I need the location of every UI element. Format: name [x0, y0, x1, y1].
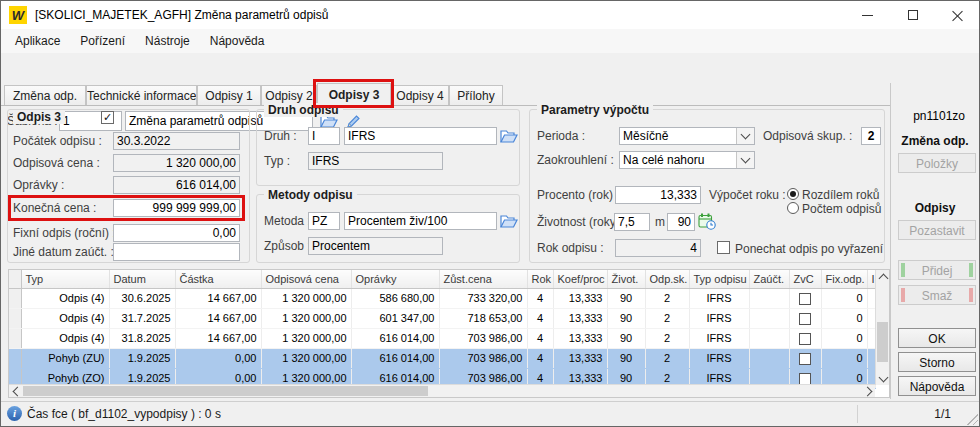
pocatek-odpisu-field[interactable]: [113, 132, 240, 150]
minimize-icon: [862, 15, 873, 16]
polozky-button[interactable]: Položky: [898, 153, 976, 173]
procento-label: Procento (rok) :: [537, 188, 620, 202]
col-typ[interactable]: Typ: [21, 270, 109, 289]
zvc-checkbox[interactable]: [799, 353, 811, 365]
vertical-scroll-thumb[interactable]: [877, 322, 888, 362]
jine-datum-field[interactable]: [113, 243, 240, 261]
ok-button[interactable]: OK: [898, 328, 976, 348]
metoda-lookup-button[interactable]: [499, 212, 519, 230]
metoda-name-field[interactable]: [344, 212, 497, 230]
menu-aplikace[interactable]: Aplikace: [5, 31, 70, 51]
zaokrouhleni-select[interactable]: Na celé nahoru: [619, 151, 755, 169]
page-indicator: 1/1: [934, 402, 951, 426]
horizontal-scroll-thumb[interactable]: [23, 386, 428, 396]
ponechat-odpis-checkbox[interactable]: [717, 241, 730, 254]
red-bar-icon: [969, 288, 973, 302]
grid: Typ Datum Částka Odpisová cena Oprávky Z…: [9, 270, 876, 389]
odpisova-cena-label: Odpisová cena :: [13, 156, 100, 170]
menu-napoveda[interactable]: Nápověda: [200, 31, 275, 51]
odpisova-cena-field[interactable]: [113, 154, 240, 172]
col-opravky[interactable]: Oprávky: [351, 270, 439, 289]
druh-code-field[interactable]: [308, 127, 340, 145]
zvc-checkbox[interactable]: [799, 333, 811, 345]
chevron-down-icon: [741, 154, 751, 164]
odpisova-skupina-field[interactable]: [861, 127, 881, 145]
fixni-odpis-field[interactable]: [113, 224, 240, 242]
col-partial[interactable]: I: [867, 270, 875, 289]
druh-lookup-button[interactable]: [499, 127, 519, 145]
scroll-right-button[interactable]: [861, 385, 875, 398]
tab-zmena-odp[interactable]: Změna odp.: [4, 85, 86, 105]
vertical-scrollbar[interactable]: [875, 270, 889, 385]
perioda-dropdown-button[interactable]: [736, 128, 754, 144]
zaokrouhleni-label: Zaokrouhlení :: [537, 153, 614, 167]
col-datum[interactable]: Datum: [109, 270, 175, 289]
tab-technicke-informace[interactable]: Technické informace: [86, 85, 197, 105]
radio-poctem-odpisu[interactable]: [787, 202, 799, 214]
pridej-button[interactable]: Přidej: [898, 260, 976, 280]
tab-odpisy-4[interactable]: Odpisy 4: [391, 85, 449, 105]
table-row[interactable]: Odpis (4) 31.8.2025 14 667,00 1 320 000,…: [9, 329, 875, 349]
col-zvc[interactable]: ZvC: [789, 270, 821, 289]
table-row-selected[interactable]: Pohyb (ZU) 1.9.2025 0,00 1 320 000,00 61…: [9, 349, 875, 369]
maximize-button[interactable]: [897, 2, 929, 28]
menu-nastroje[interactable]: Nástroje: [135, 31, 200, 51]
napoveda-button[interactable]: Nápověda: [898, 376, 976, 396]
status-bar: i Čas fce ( bf_d1102_vypodpisy ) : 0 s 1…: [1, 401, 979, 426]
minimize-button[interactable]: [851, 2, 883, 28]
scroll-up-button[interactable]: [876, 270, 890, 283]
smaz-button[interactable]: Smaž: [898, 285, 976, 305]
calendar-clock-icon: [698, 213, 716, 230]
tab-odpisy-1[interactable]: Odpisy 1: [197, 85, 261, 105]
checkmark-icon: ✓: [103, 111, 112, 123]
chevron-down-icon: [741, 130, 751, 140]
close-button[interactable]: [941, 2, 973, 28]
col-zivot[interactable]: Život.: [607, 270, 645, 289]
col-odp-sk[interactable]: Odp.sk.: [645, 270, 689, 289]
col-typ-odpisu[interactable]: Typ odpisu: [689, 270, 749, 289]
table-header-row: Typ Datum Částka Odpisová cena Oprávky Z…: [9, 270, 875, 289]
zivotnost-calendar-button[interactable]: [697, 212, 717, 230]
procento-field[interactable]: [615, 186, 701, 204]
tab-odpisy-2[interactable]: Odpisy 2: [261, 85, 317, 105]
zivotnost-roky-field[interactable]: [614, 213, 650, 231]
druh-name-field[interactable]: [344, 127, 497, 145]
col-zust-cena[interactable]: Zůst.cena: [439, 270, 527, 289]
opravky-field[interactable]: [113, 176, 240, 194]
radio-rozdilem-roku[interactable]: [787, 188, 799, 200]
table-row[interactable]: Odpis (4) 30.6.2025 14 667,00 1 320 000,…: [9, 289, 875, 309]
sidebar-zmena-odp-label: Změna odp.: [894, 134, 976, 148]
odpis-3-checkbox[interactable]: ✓: [101, 111, 114, 124]
table-row[interactable]: Odpis (4) 31.7.2025 14 667,00 1 320 000,…: [9, 309, 875, 329]
col-fix-odp[interactable]: Fix.odp.: [821, 270, 867, 289]
storno-button[interactable]: Storno: [898, 352, 976, 372]
zvc-checkbox[interactable]: [799, 293, 811, 305]
zaokrouhleni-dropdown-button[interactable]: [736, 152, 754, 168]
group-parametry-title: Parametry výpočtu: [537, 103, 653, 117]
zivotnost-mesice-field[interactable]: [667, 213, 695, 231]
zpusob-field[interactable]: [308, 237, 443, 255]
col-odpisova-cena[interactable]: Odpisová cena: [261, 270, 351, 289]
menu-porizeni[interactable]: Pořízení: [70, 31, 135, 51]
group-metody-odpisu-title: Metody odpisu: [264, 188, 357, 202]
horizontal-scrollbar[interactable]: [9, 384, 875, 397]
col-koef-proc[interactable]: Koef/proc: [553, 270, 607, 289]
scroll-down-button[interactable]: [876, 372, 890, 385]
col-rok[interactable]: Rok: [527, 270, 553, 289]
metoda-code-field[interactable]: [308, 212, 340, 230]
zvc-checkbox[interactable]: [799, 313, 811, 325]
perioda-select[interactable]: Měsíčně: [619, 127, 755, 145]
col-zauct[interactable]: Zaúčt.: [749, 270, 789, 289]
tab-prilohy[interactable]: Přílohy: [449, 85, 503, 105]
title-bar: W [SKOLICI_MAJETEK_AGFH] Změna parametrů…: [1, 1, 979, 29]
app-window: W [SKOLICI_MAJETEK_AGFH] Změna parametrů…: [0, 0, 980, 427]
scroll-left-button[interactable]: [9, 385, 23, 398]
resize-grip-icon[interactable]: [965, 412, 978, 425]
chevron-left-icon: [12, 387, 22, 397]
typ-field[interactable]: [308, 152, 443, 170]
col-castka[interactable]: Částka: [175, 270, 261, 289]
konecna-cena-field[interactable]: [113, 199, 240, 217]
rok-odpisu-field[interactable]: [615, 239, 701, 257]
pozastavit-button[interactable]: Pozastavit: [898, 220, 976, 240]
zivotnost-m-label: m: [655, 215, 665, 229]
